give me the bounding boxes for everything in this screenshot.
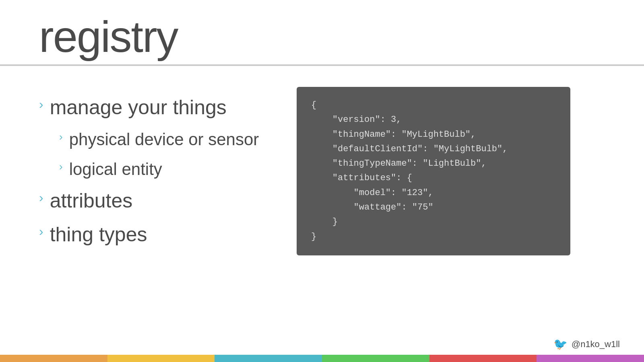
bullet-attributes: › attributes bbox=[39, 186, 272, 216]
bullet-thing-types: › thing types bbox=[39, 220, 272, 250]
bullet-text-manage-things: manage your things bbox=[50, 96, 227, 119]
chevron-icon-5: › bbox=[39, 225, 43, 238]
bullet-manage-things: › manage your things bbox=[39, 93, 272, 123]
chevron-icon-3: › bbox=[59, 161, 63, 172]
bullet-text-attributes: attributes bbox=[50, 189, 133, 213]
content-area: › manage your things › physical device o… bbox=[0, 69, 644, 362]
top-divider bbox=[0, 64, 644, 66]
bullet-text-thing-types: thing types bbox=[50, 223, 147, 247]
footer-segment-6 bbox=[537, 355, 644, 362]
slide-container: registry › manage your things › physical… bbox=[0, 0, 644, 362]
footer-segment-5 bbox=[429, 355, 537, 362]
chevron-icon-1: › bbox=[39, 98, 43, 111]
right-panel: { "version": 3, "thingName": "MyLightBul… bbox=[297, 85, 605, 362]
twitter-bird-icon: 🐦 bbox=[553, 337, 568, 351]
footer-segment-1 bbox=[0, 355, 107, 362]
code-block: { "version": 3, "thingName": "MyLightBul… bbox=[297, 87, 570, 255]
bullet-physical-device: › physical device or sensor bbox=[39, 127, 272, 152]
title-area: registry bbox=[0, 0, 644, 69]
footer-segment-2 bbox=[107, 355, 215, 362]
bullet-text-logical-entity: logical entity bbox=[69, 160, 162, 179]
chevron-icon-2: › bbox=[59, 132, 63, 142]
footer-segment-4 bbox=[322, 355, 429, 362]
chevron-icon-4: › bbox=[39, 191, 43, 204]
left-panel: › manage your things › physical device o… bbox=[39, 85, 272, 362]
bullet-text-physical-device: physical device or sensor bbox=[69, 130, 259, 149]
code-content: { "version": 3, "thingName": "MyLightBul… bbox=[311, 98, 556, 244]
footer-segment-3 bbox=[215, 355, 322, 362]
twitter-username: @n1ko_w1ll bbox=[572, 339, 620, 350]
footer-bar bbox=[0, 355, 644, 362]
twitter-handle-area: 🐦 @n1ko_w1ll bbox=[553, 337, 620, 351]
bullet-logical-entity: › logical entity bbox=[39, 156, 272, 182]
slide-title: registry bbox=[39, 12, 605, 61]
